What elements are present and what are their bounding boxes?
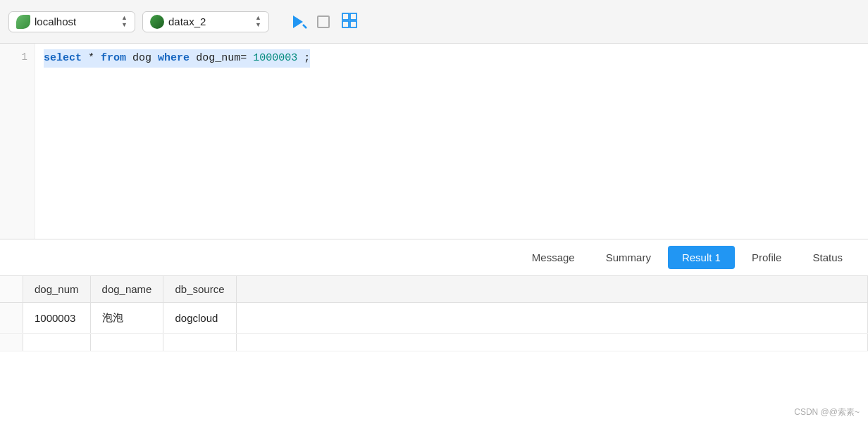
connection-icon — [16, 15, 30, 29]
keyword-from: from — [101, 52, 126, 64]
row-num-1 — [0, 303, 23, 334]
run-icon — [287, 12, 307, 32]
line-number-1: 1 — [0, 49, 27, 65]
sql-highlighted-text: select * from dog where dog_num= 1000003… — [44, 49, 310, 68]
tab-result1[interactable]: Result 1 — [668, 246, 735, 269]
run-button[interactable] — [287, 12, 307, 32]
code-content[interactable]: select * from dog where dog_num= 1000003… — [35, 44, 868, 239]
cell-empty-2 — [90, 334, 163, 351]
svg-line-1 — [303, 25, 306, 28]
condition-value: 1000003 — [253, 52, 297, 64]
svg-marker-0 — [293, 15, 303, 28]
watermark: CSDN @@索素~ — [794, 406, 860, 418]
col-db_source-header: db_source — [163, 276, 236, 303]
database-selector[interactable]: datax_2 ▲ ▼ — [142, 11, 269, 32]
row-num-empty — [0, 334, 23, 351]
col-dog_name-header: dog_name — [90, 276, 163, 303]
keyword-select: select — [44, 52, 82, 64]
editor-area: 1 select * from dog where dog_num= 10000… — [0, 44, 868, 239]
condition-field: dog_num= — [196, 52, 247, 64]
explain-button[interactable] — [340, 11, 359, 33]
cell-db_source-1: dogcloud — [163, 303, 236, 334]
cell-empty-4 — [236, 334, 867, 351]
line-numbers: 1 — [0, 44, 35, 239]
code-line-1: select * from dog where dog_num= 1000003… — [44, 49, 860, 68]
svg-rect-3 — [350, 13, 356, 20]
results-table-area[interactable]: dog_num dog_name db_source 1000003 泡泡 do… — [0, 276, 868, 424]
toolbar: localhost ▲ ▼ datax_2 ▲ ▼ — [0, 0, 868, 44]
table-header-row: dog_num dog_name db_source — [0, 276, 868, 303]
cell-empty-1 — [23, 334, 91, 351]
connection-label: localhost — [35, 15, 76, 27]
tab-summary[interactable]: Summary — [592, 246, 665, 269]
svg-rect-2 — [342, 13, 349, 20]
col-extra-header — [236, 276, 867, 303]
table-row-empty — [0, 334, 868, 351]
results-table: dog_num dog_name db_source 1000003 泡泡 do… — [0, 276, 868, 351]
database-stepper[interactable]: ▲ ▼ — [255, 15, 261, 28]
semicolon: ; — [304, 52, 310, 64]
connection-selector[interactable]: localhost ▲ ▼ — [8, 11, 135, 32]
symbol-star: * — [88, 52, 101, 64]
stop-button[interactable] — [317, 15, 330, 28]
cell-empty-3 — [163, 334, 236, 351]
database-icon — [150, 15, 164, 29]
cell-dog_name-1: 泡泡 — [90, 303, 163, 334]
svg-rect-5 — [350, 21, 356, 27]
toolbar-actions — [287, 11, 359, 33]
tab-message[interactable]: Message — [518, 246, 589, 269]
tab-profile[interactable]: Profile — [738, 246, 796, 269]
cell-extra-1 — [236, 303, 867, 334]
bottom-section: Message Summary Result 1 Profile Status … — [0, 239, 868, 424]
col-dog_num-header: dog_num — [23, 276, 91, 303]
keyword-where: where — [158, 52, 190, 64]
cell-dog_num-1: 1000003 — [23, 303, 91, 334]
col-rownum-header — [0, 276, 23, 303]
svg-rect-4 — [342, 21, 349, 27]
tab-status[interactable]: Status — [798, 246, 857, 269]
table-row: 1000003 泡泡 dogcloud — [0, 303, 868, 334]
connection-stepper[interactable]: ▲ ▼ — [121, 15, 128, 28]
results-tabbar: Message Summary Result 1 Profile Status — [0, 239, 868, 276]
table-name: dog — [132, 52, 158, 64]
explain-icon — [340, 11, 359, 30]
database-label: datax_2 — [168, 15, 206, 27]
